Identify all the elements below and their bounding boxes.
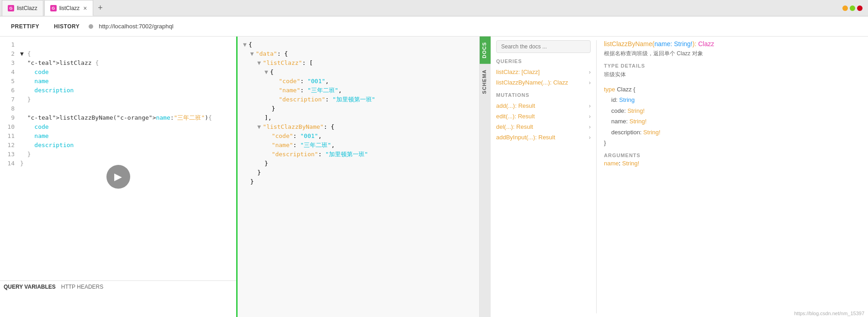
minimize-button[interactable] — [842, 5, 848, 11]
docs-mutation-item[interactable]: add(...): Result› — [496, 100, 591, 111]
footer-url: https://blog.csdn.net/nm_15397 — [794, 311, 865, 316]
new-tab-button[interactable]: + — [94, 2, 107, 15]
graphql-icon-2: G — [50, 5, 57, 11]
tab-1-label: listClazz — [17, 5, 37, 11]
expand-button[interactable]: ▼ — [250, 49, 256, 58]
line-content: "c-teal">listClazzByName("c-orange">name… — [20, 113, 212, 122]
tab-1[interactable]: G listClazz — [2, 0, 43, 16]
type-brace-open: { — [633, 86, 635, 93]
result-line: "name": "三年二班", — [238, 141, 479, 150]
arg-name: name — [604, 160, 619, 167]
docs-mutation-item[interactable]: del(...): Result› — [496, 122, 591, 132]
editor-area[interactable]: 12▼ {3 "c-teal">listClazz {4 code5 name6… — [0, 37, 236, 280]
prettify-button[interactable]: PRETTIFY — [5, 21, 45, 32]
graphql-icon-1: G — [8, 5, 14, 11]
line-content: } — [20, 159, 24, 168]
result-line: "description": "加里顿第一班" — [238, 150, 479, 159]
type-keyword: type — [604, 86, 617, 93]
type-brace-close: } — [604, 137, 863, 148]
editor-line: 4 code — [0, 68, 236, 77]
line-content: name — [20, 132, 49, 141]
schema-tab[interactable]: SCHEMA — [480, 64, 491, 100]
expand-button[interactable]: ▼ — [265, 68, 270, 77]
close-button[interactable] — [857, 5, 863, 11]
line-number: 8 — [4, 104, 15, 113]
docs-mutation-label: edit(...): Result — [496, 113, 535, 120]
history-button[interactable]: HISTORY — [48, 21, 85, 32]
expand-button[interactable]: ▼ — [257, 122, 263, 132]
line-number: 3 — [4, 58, 15, 68]
arguments-title: ARGUMENTS — [604, 153, 863, 158]
tab-2[interactable]: G listClazz × — [44, 0, 93, 16]
docs-mutation-item[interactable]: addByInput(...): Result› — [496, 132, 591, 143]
docs-query-item[interactable]: listClazzByName(...): Clazz› — [496, 77, 591, 88]
type-field-name: id: — [611, 96, 619, 103]
line-number: 4 — [4, 68, 15, 77]
url-dot — [89, 24, 93, 29]
http-headers-tab[interactable]: HTTP HEADERS — [61, 284, 103, 290]
type-field-type: String! — [643, 129, 661, 136]
editor-line: 1 — [0, 40, 236, 49]
line-content: name — [20, 77, 49, 86]
result-line: ▼ { — [238, 68, 479, 77]
line-number: 13 — [4, 150, 15, 159]
result-line: ▼ { — [238, 40, 479, 49]
tab-2-close[interactable]: × — [83, 5, 87, 12]
line-number: 14 — [4, 159, 15, 168]
line-content: ▼ { — [20, 49, 31, 58]
line-number: 5 — [4, 77, 15, 86]
arg-item: name: String! — [604, 160, 863, 167]
docs-mutation-arrow: › — [589, 103, 591, 109]
editor-line: 7 } — [0, 95, 236, 104]
query-variables-tab[interactable]: QUERY VARIABLES — [4, 284, 56, 290]
line-number: 1 — [4, 40, 15, 49]
result-line: } — [238, 104, 479, 113]
line-content: } — [20, 150, 31, 159]
docs-query-item[interactable]: listClazz: [Clazz]› — [496, 67, 591, 77]
expand-button[interactable]: ▼ — [243, 40, 249, 49]
line-content: "c-teal">listClazz { — [20, 58, 99, 68]
editor-line: 13 } — [0, 150, 236, 159]
editor-line: 6 description — [0, 86, 236, 95]
line-number: 12 — [4, 141, 15, 150]
line-number: 6 — [4, 86, 15, 95]
editor-line: 2▼ { — [0, 49, 236, 58]
line-number: 2 — [4, 49, 15, 58]
queries-section-title: QUERIES — [496, 58, 591, 64]
line-content: description — [20, 141, 74, 150]
run-query-button[interactable]: ▶ — [106, 165, 130, 189]
result-line: ▼ "listClazzByName": { — [238, 122, 479, 132]
editor-line: 11 name — [0, 132, 236, 141]
detail-return-type: Clazz — [698, 40, 714, 48]
result-line: "code": "001", — [238, 132, 479, 141]
maximize-button[interactable] — [850, 5, 855, 11]
line-number: 10 — [4, 122, 15, 132]
result-line: } — [238, 177, 479, 186]
toolbar: PRETTIFY HISTORY http://localhost:7002/g… — [0, 16, 868, 37]
docs-mutation-item[interactable]: edit(...): Result› — [496, 111, 591, 122]
line-content: code — [20, 68, 49, 77]
docs-mutation-label: del(...): Result — [496, 123, 533, 130]
type-details-subtitle: 班级实体 — [604, 70, 863, 79]
mutations-section-title: MUTATIONS — [496, 92, 591, 98]
result-line: ], — [238, 113, 479, 122]
result-line: } — [238, 168, 479, 177]
type-field: description: String! — [611, 127, 863, 137]
docs-query-label: listClazz: [Clazz] — [496, 69, 540, 75]
type-field-name: name: — [611, 118, 630, 125]
type-field-type: String! — [630, 118, 647, 125]
editor-panel: 12▼ {3 "c-teal">listClazz {4 code5 name6… — [0, 37, 238, 317]
type-details-title: TYPE DETAILS — [604, 63, 863, 69]
type-field-type: String! — [627, 107, 645, 114]
type-field: name: String! — [611, 116, 863, 127]
line-number: 7 — [4, 95, 15, 104]
expand-button[interactable]: ▼ — [257, 58, 263, 68]
editor-line: 5 name — [0, 77, 236, 86]
editor-line: 8 — [0, 104, 236, 113]
docs-mutation-arrow: › — [589, 134, 591, 141]
docs-tab[interactable]: DOCS — [480, 37, 491, 64]
editor-tabs: QUERY VARIABLES HTTP HEADERS — [4, 284, 233, 290]
docs-search-input[interactable] — [496, 40, 591, 53]
docs-mutation-label: add(...): Result — [496, 102, 535, 109]
editor-line: 9 "c-teal">listClazzByName("c-orange">na… — [0, 113, 236, 122]
